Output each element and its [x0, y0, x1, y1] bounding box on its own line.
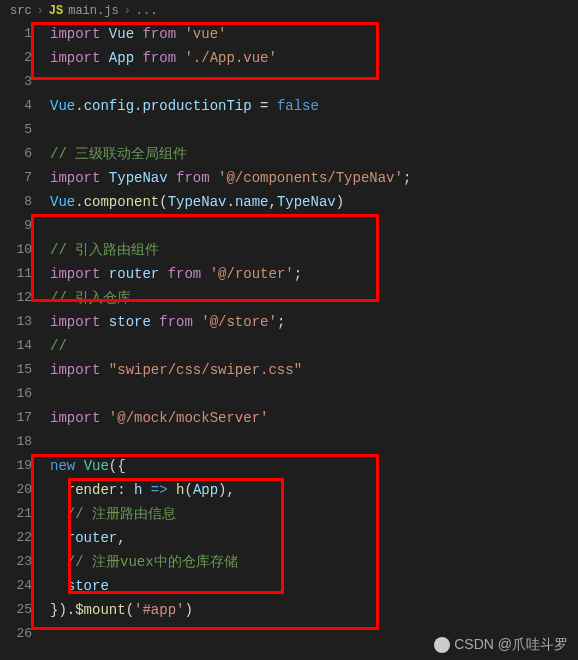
breadcrumb[interactable]: src › JS main.js › ... [0, 0, 578, 22]
line-number: 11 [0, 262, 32, 286]
line-number: 4 [0, 94, 32, 118]
breadcrumb-file[interactable]: main.js [68, 4, 118, 18]
breadcrumb-folder[interactable]: src [10, 4, 32, 18]
line-number: 3 [0, 70, 32, 94]
line-number: 8 [0, 190, 32, 214]
line-number: 2 [0, 46, 32, 70]
code-line[interactable]: // 注册路由信息 [50, 502, 578, 526]
code-line[interactable]: // [50, 334, 578, 358]
line-number: 20 [0, 478, 32, 502]
code-line[interactable]: import '@/mock/mockServer' [50, 406, 578, 430]
code-line[interactable]: import "swiper/css/swiper.css" [50, 358, 578, 382]
avatar-icon [434, 637, 450, 653]
line-number: 10 [0, 238, 32, 262]
code-line[interactable] [50, 382, 578, 406]
line-number: 17 [0, 406, 32, 430]
watermark: CSDN @爪哇斗罗 [434, 636, 568, 654]
code-line[interactable]: // 注册vuex中的仓库存储 [50, 550, 578, 574]
line-number: 14 [0, 334, 32, 358]
code-line[interactable]: Vue.component(TypeNav.name,TypeNav) [50, 190, 578, 214]
code-line[interactable]: router, [50, 526, 578, 550]
line-number: 13 [0, 310, 32, 334]
chevron-icon: › [37, 4, 44, 18]
line-number: 22 [0, 526, 32, 550]
code-line[interactable] [50, 214, 578, 238]
code-line[interactable]: render: h => h(App), [50, 478, 578, 502]
code-line[interactable]: new Vue({ [50, 454, 578, 478]
code-line[interactable]: // 三级联动全局组件 [50, 142, 578, 166]
line-number: 21 [0, 502, 32, 526]
line-number: 25 [0, 598, 32, 622]
line-number: 18 [0, 430, 32, 454]
js-badge-icon: JS [49, 4, 63, 18]
watermark-text: CSDN @爪哇斗罗 [454, 636, 568, 652]
line-number: 16 [0, 382, 32, 406]
line-number-gutter: 1234567891011121314151617181920212223242… [0, 22, 50, 646]
line-number: 1 [0, 22, 32, 46]
code-line[interactable]: // 引入仓库 [50, 286, 578, 310]
breadcrumb-tail[interactable]: ... [136, 4, 158, 18]
line-number: 15 [0, 358, 32, 382]
line-number: 12 [0, 286, 32, 310]
code-line[interactable] [50, 70, 578, 94]
code-line[interactable] [50, 118, 578, 142]
code-line[interactable]: import store from '@/store'; [50, 310, 578, 334]
line-number: 7 [0, 166, 32, 190]
code-line[interactable]: // 引入路由组件 [50, 238, 578, 262]
code-line[interactable]: store [50, 574, 578, 598]
line-number: 24 [0, 574, 32, 598]
code-editor[interactable]: 1234567891011121314151617181920212223242… [0, 22, 578, 646]
line-number: 19 [0, 454, 32, 478]
line-number: 5 [0, 118, 32, 142]
code-line[interactable]: Vue.config.productionTip = false [50, 94, 578, 118]
code-line[interactable] [50, 430, 578, 454]
code-line[interactable]: import Vue from 'vue' [50, 22, 578, 46]
code-line[interactable]: import TypeNav from '@/components/TypeNa… [50, 166, 578, 190]
line-number: 26 [0, 622, 32, 646]
code-line[interactable]: import router from '@/router'; [50, 262, 578, 286]
line-number: 6 [0, 142, 32, 166]
line-number: 9 [0, 214, 32, 238]
code-line[interactable]: }).$mount('#app') [50, 598, 578, 622]
code-area[interactable]: import Vue from 'vue'import App from './… [50, 22, 578, 646]
line-number: 23 [0, 550, 32, 574]
chevron-icon: › [124, 4, 131, 18]
code-line[interactable]: import App from './App.vue' [50, 46, 578, 70]
